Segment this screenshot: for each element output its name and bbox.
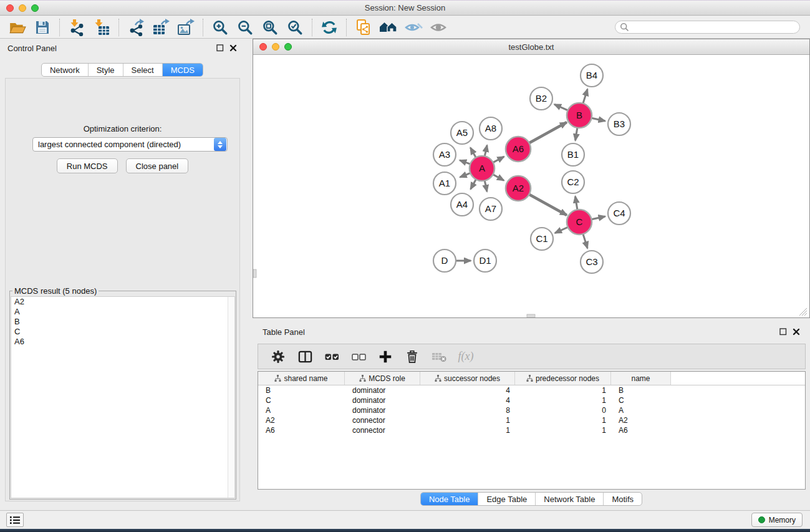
first-neighbors-button[interactable] (376, 18, 401, 37)
hide-selected-button[interactable] (401, 18, 426, 37)
table-cell[interactable]: B (258, 385, 345, 395)
table-cell[interactable]: A2 (258, 415, 345, 425)
copy-network-button[interactable] (351, 18, 376, 37)
search-input[interactable] (629, 23, 799, 32)
graph-node-A8[interactable]: A8 (480, 117, 502, 140)
table-cell[interactable]: 1 (420, 425, 515, 435)
import-table-button[interactable] (89, 18, 114, 37)
show-all-button[interactable] (426, 18, 451, 37)
memory-button[interactable]: Memory (751, 513, 803, 527)
export-image-button[interactable] (173, 18, 198, 37)
save-session-button[interactable] (30, 18, 55, 37)
table-cell[interactable]: 1 (515, 395, 611, 405)
tab-node-table[interactable]: Node Table (421, 493, 478, 505)
search-field[interactable] (615, 21, 800, 34)
show-columns-button[interactable] (294, 347, 316, 367)
run-mcds-button[interactable]: Run MCDS (57, 158, 118, 173)
left-edge-handle[interactable] (253, 269, 256, 278)
table-cell[interactable]: dominator (345, 405, 420, 415)
select-all-button[interactable] (321, 347, 343, 367)
function-builder-button[interactable]: f(x) (455, 347, 477, 367)
mcds-result-list[interactable]: A2ABCA6 (11, 296, 235, 498)
mcds-result-item[interactable]: B (11, 317, 234, 327)
table-row[interactable]: A2connector11A2 (258, 415, 805, 425)
open-session-button[interactable] (5, 18, 30, 37)
table-cell[interactable]: A2 (611, 415, 671, 425)
tab-select[interactable]: Select (123, 64, 162, 76)
tab-style[interactable]: Style (88, 64, 123, 76)
float-panel-icon[interactable] (779, 328, 787, 336)
table-cell[interactable]: dominator (345, 385, 420, 395)
graph-node-B1[interactable]: B1 (562, 143, 584, 166)
network-graph[interactable]: B4B2BB3A8A5A6A3B1AC2A1A2A4A7C4CC1C3DD1 (253, 55, 809, 317)
table-row[interactable]: Adominator80A (258, 405, 805, 415)
graph-node-C1[interactable]: C1 (531, 228, 553, 250)
table-cell[interactable]: C (258, 395, 345, 405)
mcds-result-item[interactable]: A2 (11, 297, 234, 307)
close-panel-button[interactable]: Close panel (126, 158, 189, 173)
tab-network-table[interactable]: Network Table (535, 493, 603, 505)
network-canvas[interactable]: B4B2BB3A8A5A6A3B1AC2A1A2A4A7C4CC1C3DD1 (253, 55, 809, 317)
graph-node-C3[interactable]: C3 (581, 251, 603, 273)
column-header-shared-name[interactable]: shared name (258, 372, 345, 385)
tab-motifs[interactable]: Motifs (603, 493, 642, 505)
graph-node-A6[interactable]: A6 (506, 137, 531, 162)
import-network-button[interactable] (64, 18, 89, 37)
task-history-button[interactable] (6, 513, 24, 527)
graph-node-C4[interactable]: C4 (608, 202, 630, 225)
graph-node-D1[interactable]: D1 (474, 249, 496, 272)
mcds-result-item[interactable]: A6 (11, 337, 234, 347)
deselect-all-button[interactable] (347, 347, 370, 367)
float-panel-icon[interactable] (216, 44, 224, 52)
graph-node-C[interactable]: C (567, 210, 592, 235)
table-cell[interactable]: connector (345, 425, 420, 435)
list-scrollbar[interactable] (228, 297, 234, 498)
export-network-button[interactable] (123, 18, 148, 37)
graph-node-A5[interactable]: A5 (451, 122, 473, 144)
table-cell[interactable]: connector (345, 415, 420, 425)
add-column-button[interactable] (374, 347, 397, 367)
graph-node-A3[interactable]: A3 (433, 143, 456, 166)
graph-node-B4[interactable]: B4 (581, 64, 603, 87)
table-row[interactable]: Bdominator41B (258, 385, 805, 395)
table-cell[interactable]: 8 (420, 405, 515, 415)
table-cell[interactable]: 1 (515, 415, 611, 425)
zoom-selected-button[interactable] (282, 18, 307, 37)
graph-node-C2[interactable]: C2 (562, 171, 584, 193)
column-header-predecessor-nodes[interactable]: predecessor nodes (515, 372, 611, 385)
graph-edge-A6-B[interactable] (526, 122, 567, 145)
tab-edge-table[interactable]: Edge Table (478, 493, 535, 505)
table-cell[interactable]: 4 (420, 395, 515, 405)
graph-node-B3[interactable]: B3 (608, 113, 630, 135)
column-header-name[interactable]: name (611, 372, 671, 385)
network-window-titlebar[interactable]: testGlobe.txt (253, 39, 809, 55)
graph-node-A4[interactable]: A4 (451, 193, 473, 216)
close-panel-icon[interactable] (793, 328, 800, 336)
export-table-button[interactable] (148, 18, 173, 37)
close-panel-icon[interactable] (229, 44, 237, 52)
refresh-button[interactable] (317, 18, 342, 37)
table-cell[interactable]: 1 (515, 385, 611, 395)
node-table[interactable]: shared nameMCDS rolesuccessor nodesprede… (258, 371, 806, 490)
column-header-MCDS-role[interactable]: MCDS role (345, 372, 420, 385)
destroy-table-button[interactable] (428, 347, 450, 367)
tab-network[interactable]: Network (42, 64, 88, 76)
graph-node-A2[interactable]: A2 (506, 176, 531, 201)
mcds-result-item[interactable]: C (11, 327, 234, 337)
zoom-out-button[interactable] (233, 18, 258, 37)
table-cell[interactable]: 1 (420, 415, 515, 425)
graph-node-B[interactable]: B (567, 103, 592, 128)
graph-node-B2[interactable]: B2 (530, 87, 552, 110)
table-row[interactable]: A6connector11A6 (258, 425, 805, 435)
graph-node-D[interactable]: D (433, 249, 456, 272)
table-row[interactable]: Cdominator41C (258, 395, 805, 405)
table-cell[interactable]: A (258, 405, 345, 415)
column-header-successor-nodes[interactable]: successor nodes (420, 372, 515, 385)
table-cell[interactable]: 4 (420, 385, 515, 395)
zoom-in-button[interactable] (208, 18, 233, 37)
graph-edge-A2-C[interactable] (526, 193, 567, 215)
table-cell[interactable]: A6 (611, 425, 671, 435)
table-cell[interactable]: A6 (258, 425, 345, 435)
criterion-dropdown[interactable]: largest connected component (directed) (32, 137, 228, 152)
table-cell[interactable]: A (611, 405, 671, 415)
